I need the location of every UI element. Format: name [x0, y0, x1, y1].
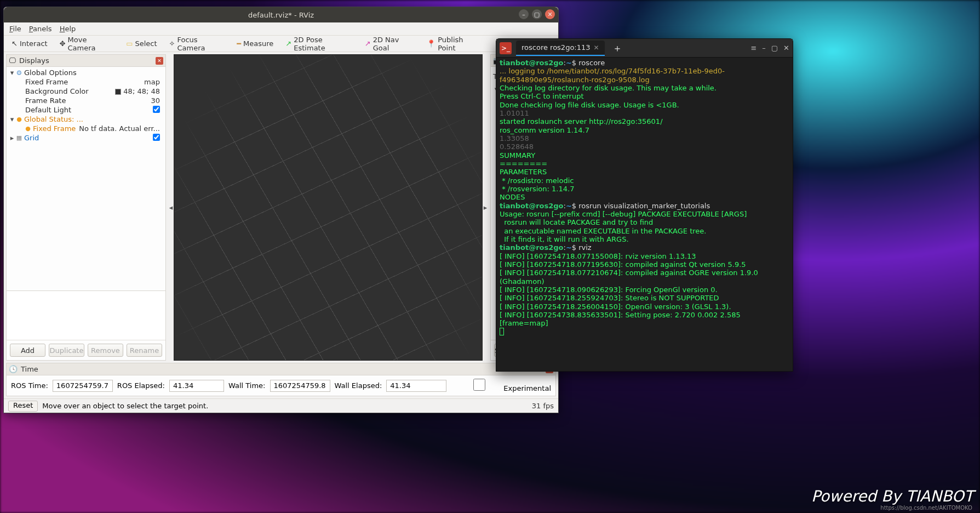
gear-icon — [15, 69, 23, 77]
time-title: Time — [21, 365, 38, 373]
ros-time-field[interactable] — [53, 380, 113, 392]
terminal-app-icon: >_ — [500, 42, 512, 54]
new-tab-button[interactable]: ＋ — [609, 42, 626, 55]
chevron-down-icon[interactable]: ▾ — [9, 69, 15, 77]
splitter-left[interactable]: ◂ — [168, 52, 174, 363]
wall-elapsed-label: Wall Elapsed: — [335, 381, 382, 390]
terminal-close-button[interactable]: ✕ — [783, 44, 789, 52]
chevron-down-icon[interactable]: ▾ — [9, 115, 15, 123]
experimental-label: Experimental — [503, 384, 551, 392]
wall-time-field[interactable] — [270, 380, 330, 392]
fps-counter: 31 fps — [532, 402, 554, 410]
terminal-tab[interactable]: roscore ros2go:113 ✕ — [516, 41, 605, 56]
ros-time-label: ROS Time: — [11, 381, 48, 390]
terminal-window: >_ roscore ros2go:113 ✕ ＋ ≡ – ▢ ✕ tianbo… — [496, 38, 793, 372]
grid-icon — [15, 134, 23, 141]
framerate-value[interactable]: 30 — [151, 96, 163, 105]
wall-elapsed-field[interactable] — [386, 380, 446, 392]
displays-tree[interactable]: ▾Global Options Fixed Framemap Backgroun… — [7, 67, 165, 290]
remove-button: Remove — [88, 344, 123, 357]
rviz-window: default.rviz* - RViz – ▢ ✕ File Panels H… — [3, 7, 559, 413]
3d-viewport[interactable] — [174, 54, 483, 361]
close-icon[interactable]: ✕ — [156, 57, 163, 65]
clock-icon: 🕓 — [9, 365, 18, 373]
grid-checkbox[interactable] — [153, 134, 160, 141]
terminal-minimize-button[interactable]: – — [762, 44, 766, 52]
statusbar: Reset Move over an object to select the … — [4, 398, 558, 413]
tool-publish-point[interactable]: 📍Publish Point — [423, 35, 483, 53]
menubar: File Panels Help — [4, 22, 558, 36]
nav-goal-icon: ↗ — [365, 39, 371, 48]
focus-camera-icon: ✧ — [169, 39, 175, 48]
description-box — [7, 290, 165, 340]
window-close-button[interactable]: ✕ — [545, 9, 555, 19]
window-minimize-button[interactable]: – — [519, 9, 529, 19]
interact-icon: ↖ — [12, 39, 18, 48]
window-maximize-button[interactable]: ▢ — [532, 9, 542, 19]
tool-focus-camera[interactable]: ✧Focus Camera — [166, 35, 228, 53]
pose-estimate-icon: ↗ — [285, 39, 291, 48]
fixed-frame-value[interactable]: map — [144, 78, 163, 86]
time-panel: 🕓 Time ✕ ROS Time: ROS Elapsed: Wall Tim… — [6, 363, 556, 396]
terminal-tab-label: roscore ros2go:113 — [521, 43, 591, 52]
terminal-maximize-button[interactable]: ▢ — [771, 44, 778, 52]
fixed-frame-status: No tf data. Actual err... — [79, 124, 163, 133]
warning-icon — [15, 116, 23, 123]
duplicate-button: Duplicate — [49, 344, 84, 357]
tool-interact[interactable]: ↖Interact — [8, 38, 51, 49]
watermark-sub: https://blog.csdn.net/AKITOMOKO — [880, 505, 972, 511]
add-button[interactable]: Add — [10, 344, 45, 357]
tab-close-icon[interactable]: ✕ — [594, 44, 599, 52]
toolbar: ↖Interact ✥Move Camera ▭Select ✧Focus Ca… — [4, 36, 558, 52]
tool-measure[interactable]: ━Measure — [233, 38, 277, 49]
ros-elapsed-field[interactable] — [169, 380, 224, 392]
ros-elapsed-label: ROS Elapsed: — [117, 381, 165, 390]
rename-button: Rename — [127, 344, 162, 357]
splitter-right[interactable]: ▸ — [483, 52, 488, 363]
move-camera-icon: ✥ — [60, 39, 66, 48]
warning-icon — [24, 125, 32, 132]
displays-icon: 🖵 — [9, 56, 16, 65]
publish-point-icon: 📍 — [427, 39, 435, 48]
tool-2d-nav-goal[interactable]: ↗2D Nav Goal — [362, 35, 419, 53]
default-light-checkbox[interactable] — [153, 106, 160, 113]
select-icon: ▭ — [126, 39, 133, 48]
tool-select[interactable]: ▭Select — [123, 38, 160, 49]
chevron-right-icon[interactable]: ▸ — [9, 134, 15, 142]
experimental-checkbox[interactable] — [457, 379, 501, 391]
tool-2d-pose-estimate[interactable]: ↗2D Pose Estimate — [282, 35, 356, 53]
reset-button[interactable]: Reset — [8, 401, 38, 412]
hamburger-icon[interactable]: ≡ — [750, 44, 757, 52]
rviz-titlebar[interactable]: default.rviz* - RViz – ▢ ✕ — [4, 7, 558, 22]
tool-move-camera[interactable]: ✥Move Camera — [56, 35, 118, 53]
rviz-title: default.rviz* - RViz — [248, 11, 314, 19]
displays-title: Displays — [19, 56, 49, 65]
terminal-body[interactable]: tianbot@ros2go:~$ roscore... logging to … — [496, 58, 793, 371]
terminal-titlebar[interactable]: >_ roscore ros2go:113 ✕ ＋ ≡ – ▢ ✕ — [496, 39, 793, 58]
bgcolor-value[interactable]: 48; 48; 48 — [115, 87, 163, 95]
displays-header[interactable]: 🖵 Displays ✕ — [7, 55, 165, 67]
menu-file[interactable]: File — [9, 25, 21, 33]
wall-time-label: Wall Time: — [228, 381, 266, 390]
menu-help[interactable]: Help — [60, 25, 76, 33]
menu-panels[interactable]: Panels — [29, 25, 52, 33]
status-hint: Move over an object to select the target… — [42, 402, 208, 410]
time-header[interactable]: 🕓 Time ✕ — [7, 363, 555, 375]
watermark: Powered By TIANBOT — [811, 487, 973, 505]
displays-panel: 🖵 Displays ✕ ▾Global Options Fixed Frame… — [6, 54, 166, 361]
measure-icon: ━ — [237, 39, 241, 48]
